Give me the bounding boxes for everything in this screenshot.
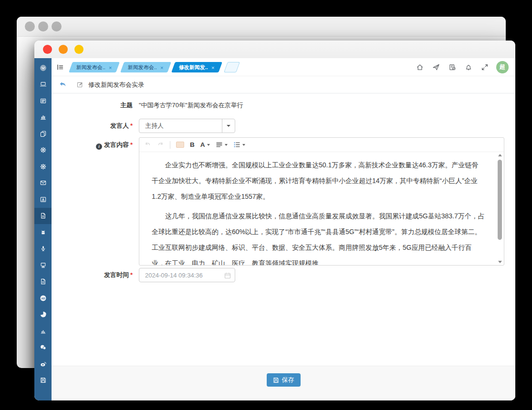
gear-icon xyxy=(40,146,47,154)
sidebar-item-voice[interactable] xyxy=(34,241,52,257)
time-value: 2024-09-14 09:34:36 xyxy=(145,272,203,279)
form-content: 主题 "中国考古学70年"新闻发布会在京举行 发言人* 主持人 xyxy=(52,93,515,366)
speaker-label: 发言人* xyxy=(52,119,139,133)
sidebar-item-pie[interactable] xyxy=(34,307,52,323)
speaker-row: 发言人* 主持人 xyxy=(52,119,515,133)
tab-label: 新闻发布会.. xyxy=(128,63,157,71)
edit-icon xyxy=(76,81,83,88)
sidebar-item-archive[interactable] xyxy=(34,372,52,389)
send-icon[interactable] xyxy=(432,63,440,71)
tab-close-icon[interactable]: × xyxy=(109,64,112,70)
scroll-down-icon[interactable] xyxy=(498,261,502,263)
bar-chart-icon xyxy=(40,113,47,121)
tab-close-icon[interactable]: × xyxy=(211,64,214,70)
sidebar-item-collapse[interactable] xyxy=(34,60,52,76)
scroll-up-icon[interactable] xyxy=(498,154,502,156)
breadcrumb: 修改新闻发布会实录 xyxy=(52,76,515,93)
sidebar-item-android[interactable] xyxy=(34,224,52,241)
sidebar-item-news[interactable] xyxy=(34,92,52,109)
toolbar-separator xyxy=(170,141,170,149)
content-row: i发言内容* BA 企业实力也不断增强。全国规模以上工业企业数量达50.1万多家… xyxy=(52,137,515,266)
image-icon xyxy=(176,142,184,148)
close-window-button[interactable] xyxy=(43,45,52,54)
sidebar-item-mail[interactable] xyxy=(34,175,52,192)
avatar[interactable]: 超 xyxy=(496,61,509,73)
save-button-label: 保存 xyxy=(282,376,294,384)
speaker-select[interactable]: 主持人 xyxy=(139,119,235,133)
tab-3[interactable]: 修改新闻发..× xyxy=(171,62,222,72)
sidebar-item-desktop[interactable] xyxy=(34,76,52,93)
minimize-window-button[interactable] xyxy=(59,45,68,54)
sidebar-item-workstation[interactable] xyxy=(34,257,52,274)
subject-value: "中国考古学70年"新闻发布会在京举行 xyxy=(139,101,243,110)
ordered-list-icon[interactable] xyxy=(233,141,245,148)
editor-content[interactable]: 企业实力也不断增强。全国规模以上工业企业数量达50.1万多家，高新技术企业数量达… xyxy=(139,152,504,265)
save-icon xyxy=(273,377,279,383)
weibo-icon xyxy=(40,360,47,368)
editor-scrollbar[interactable] xyxy=(497,154,503,263)
speaker-select-caret[interactable] xyxy=(222,119,235,133)
image-icon[interactable] xyxy=(176,142,184,148)
pie-chart-icon xyxy=(40,311,47,318)
undo-icon[interactable] xyxy=(144,141,151,148)
gear-icon xyxy=(40,163,47,170)
calendar-icon[interactable] xyxy=(224,272,231,279)
file-text-icon xyxy=(40,278,47,285)
topbar-icons xyxy=(416,63,489,71)
main-area: 新闻发布会..×新闻发布会..×修改新闻发..× 超 修改新闻发布会实录 xyxy=(52,58,515,400)
sidebar-item-ads[interactable]: AD xyxy=(34,290,52,307)
sidebar-item-press-record[interactable] xyxy=(34,208,52,225)
sidebar-item-document[interactable] xyxy=(34,274,52,290)
sidebar-toggle-icon[interactable] xyxy=(56,63,64,71)
tab-list: 新闻发布会..×新闻发布会..×修改新闻发..× xyxy=(71,62,238,72)
editor-paragraph: 这几年，我国信息通信业发展比较快，信息通信业高质量发展成效显著。我国累计建成5G… xyxy=(152,208,485,265)
notifications-icon[interactable] xyxy=(465,63,472,71)
sidebar-item-copy[interactable] xyxy=(34,125,52,142)
info-icon: i xyxy=(96,144,102,150)
font-color-label: A xyxy=(200,141,205,148)
rich-text-editor: BA 企业实力也不断增强。全国规模以上工业企业数量达50.1万多家，高新技术企业… xyxy=(139,137,504,266)
sidebar-item-inbox[interactable] xyxy=(34,191,52,208)
chevron-down-icon xyxy=(242,144,245,146)
chevron-circle-down-icon xyxy=(40,64,47,72)
android-icon xyxy=(40,229,47,236)
sidebar-item-stats[interactable] xyxy=(34,323,52,339)
required-mark: * xyxy=(130,141,133,148)
sidebar-item-weibo[interactable] xyxy=(34,356,52,372)
subject-row: 主题 "中国考古学70年"新闻发布会在京举行 xyxy=(52,101,515,110)
ad-badge-icon: AD xyxy=(40,295,47,302)
align-icon[interactable] xyxy=(216,141,228,148)
tabs-bar: 新闻发布会..×新闻发布会..×修改新闻发..× 超 xyxy=(52,58,515,76)
time-label: 发言时间* xyxy=(52,268,139,282)
bold-button[interactable]: B xyxy=(190,141,195,148)
save-button[interactable]: 保存 xyxy=(267,373,301,387)
time-input[interactable]: 2024-09-14 09:34:36 xyxy=(139,268,235,282)
sidebar-item-analytics[interactable] xyxy=(34,109,52,126)
zoom-window-button[interactable] xyxy=(74,45,83,54)
tab-1[interactable]: 新闻发布会..× xyxy=(69,62,120,72)
font-color-button[interactable]: A xyxy=(200,141,210,148)
window-dot-icon xyxy=(52,21,62,31)
sidebar-item-wechat[interactable] xyxy=(34,339,52,356)
sidebar-item-settings-a[interactable] xyxy=(34,142,52,159)
redo-icon[interactable] xyxy=(157,141,164,148)
tab-2[interactable]: 新闻发布会..× xyxy=(120,62,171,72)
sidebar-item-settings-b[interactable] xyxy=(34,158,52,175)
newspaper-icon xyxy=(40,97,47,104)
tasks-icon[interactable] xyxy=(449,63,456,71)
required-mark: * xyxy=(130,271,133,278)
svg-text:AD: AD xyxy=(41,297,45,299)
editor-toolbar: BA xyxy=(139,138,504,152)
back-button[interactable] xyxy=(59,81,67,89)
chevron-down-icon xyxy=(225,144,228,146)
fullscreen-icon[interactable] xyxy=(481,63,489,71)
copy-icon xyxy=(40,130,47,137)
content-label: i发言内容* xyxy=(52,137,139,266)
scrollbar-thumb[interactable] xyxy=(498,160,502,240)
workstation-icon xyxy=(40,262,47,269)
tab-close-icon[interactable]: × xyxy=(160,64,163,70)
chevron-down-icon xyxy=(227,125,230,127)
editor-paragraph: 企业实力也不断增强。全国规模以上工业企业数量达50.1万多家，高新技术企业数量达… xyxy=(152,157,485,205)
home-icon[interactable] xyxy=(416,63,424,71)
background-window-titlebar xyxy=(17,17,506,37)
